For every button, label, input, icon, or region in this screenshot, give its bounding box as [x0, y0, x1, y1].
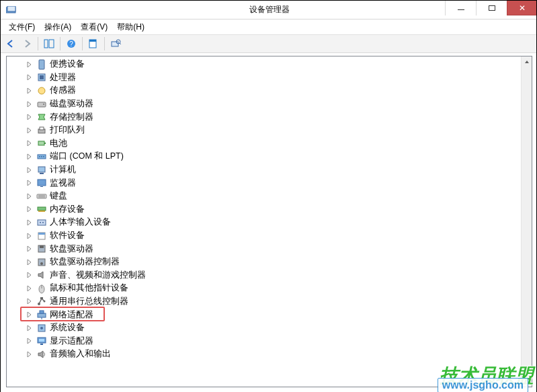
expander-icon[interactable] — [24, 349, 35, 360]
window-controls: ✕ — [445, 1, 537, 15]
expander-icon[interactable] — [24, 178, 35, 188]
toolbar-separator — [82, 37, 83, 50]
svg-rect-33 — [38, 210, 45, 212]
scroll-up-button[interactable] — [522, 56, 532, 67]
tree-item-floppy[interactable]: 软盘驱动器 — [9, 242, 521, 256]
expander-icon[interactable] — [24, 336, 35, 346]
expander-icon[interactable] — [24, 204, 35, 214]
expander-icon[interactable] — [24, 99, 35, 110]
menubar: 文件(F) 操作(A) 查看(V) 帮助(H) — [1, 19, 537, 34]
expander-icon[interactable] — [24, 165, 35, 175]
scan-hardware-button[interactable] — [108, 36, 123, 51]
tree-item-monitor[interactable]: 监视器 — [9, 176, 521, 190]
expander-icon[interactable] — [24, 125, 35, 136]
tree-item-network[interactable]: 网络适配器 — [9, 308, 521, 321]
tree-item-memory[interactable]: 内存设备 — [9, 203, 521, 217]
scroll-down-button[interactable] — [522, 376, 532, 387]
tree-item-label: 打印队列 — [50, 124, 85, 136]
storage-icon — [36, 112, 47, 122]
tree-item-battery[interactable]: 电池 — [9, 137, 521, 151]
expander-icon[interactable] — [24, 323, 35, 334]
svg-rect-29 — [37, 194, 46, 198]
tree-item-label: 系统设备 — [50, 322, 85, 334]
tree-item-usb[interactable]: 通用串行总线控制器 — [9, 295, 521, 309]
tree-item-cpu[interactable]: 处理器 — [9, 71, 521, 85]
expander-icon[interactable] — [24, 270, 35, 280]
svg-point-36 — [42, 222, 44, 223]
svg-rect-13 — [40, 75, 44, 79]
maximize-button[interactable] — [476, 1, 507, 15]
menu-view[interactable]: 查看(V) — [77, 20, 112, 34]
show-hide-tree-button[interactable] — [42, 36, 56, 51]
back-button[interactable] — [3, 36, 18, 51]
expander-icon[interactable] — [24, 59, 35, 70]
properties-button[interactable] — [86, 36, 101, 51]
tree-item-label: 软盘驱动器控制器 — [50, 256, 120, 268]
tree-item-label: 声音、视频和游戏控制器 — [50, 270, 146, 281]
vertical-scrollbar[interactable] — [521, 56, 532, 387]
svg-point-46 — [44, 301, 46, 303]
minimize-button[interactable] — [445, 1, 476, 15]
toolbar-separator — [104, 37, 105, 50]
expander-icon[interactable] — [24, 309, 35, 320]
tree-item-display[interactable]: 显示适配器 — [9, 334, 521, 348]
tree-item-sensor[interactable]: 传感器 — [9, 84, 521, 97]
expander-icon[interactable] — [24, 283, 35, 294]
network-icon — [36, 309, 47, 320]
svg-rect-1 — [7, 6, 15, 11]
forward-button[interactable] — [19, 36, 34, 51]
tree-item-label: 监视器 — [50, 178, 76, 189]
tree-item-computer[interactable]: 计算机 — [9, 163, 521, 177]
close-button[interactable]: ✕ — [507, 1, 537, 15]
memory-icon — [36, 204, 47, 214]
svg-point-35 — [40, 222, 41, 223]
svg-rect-32 — [38, 207, 46, 210]
tree-item-label: 处理器 — [50, 72, 76, 83]
expander-icon[interactable] — [24, 72, 35, 83]
expander-icon[interactable] — [24, 243, 35, 254]
tree-item-sound[interactable]: 声音、视频和游戏控制器 — [9, 269, 521, 282]
svg-rect-18 — [40, 127, 44, 130]
toolbar-separator — [38, 37, 38, 50]
tree-item-hid[interactable]: 人体学输入设备 — [9, 216, 521, 229]
svg-rect-2 — [44, 40, 48, 48]
tree-item-mouse[interactable]: 鼠标和其他指针设备 — [9, 282, 521, 295]
expander-icon[interactable] — [24, 112, 35, 122]
window-root: 设备管理器 ✕ 文件(F) 操作(A) 查看(V) 帮助(H) ? — [1, 1, 537, 392]
expander-icon[interactable] — [24, 138, 35, 149]
tree-item-keyboard[interactable]: 键盘 — [9, 190, 521, 203]
menu-action[interactable]: 操作(A) — [40, 20, 75, 34]
tree-item-system[interactable]: 系统设备 — [9, 321, 521, 335]
expander-icon[interactable] — [24, 296, 35, 307]
expander-icon[interactable] — [24, 151, 35, 162]
tree-item-port[interactable]: 端口 (COM 和 LPT) — [9, 150, 521, 163]
tree-item-portable[interactable]: 便携设备 — [9, 58, 521, 71]
printer-icon — [36, 125, 47, 136]
usb-icon — [36, 296, 47, 307]
titlebar[interactable]: 设备管理器 ✕ — [1, 1, 537, 19]
tree-item-printer[interactable]: 打印队列 — [9, 124, 521, 137]
menu-help[interactable]: 帮助(H) — [113, 20, 149, 34]
menu-file[interactable]: 文件(F) — [5, 20, 39, 34]
tree-item-floppyctrl[interactable]: 软盘驱动器控制器 — [9, 256, 521, 269]
expander-icon[interactable] — [24, 191, 35, 202]
tree-item-label: 音频输入和输出 — [50, 348, 111, 360]
expander-icon[interactable] — [24, 85, 35, 96]
svg-rect-49 — [40, 311, 44, 313]
help-button[interactable]: ? — [64, 36, 79, 51]
tree-item-storage[interactable]: 存储控制器 — [9, 110, 521, 124]
svg-rect-34 — [38, 220, 46, 225]
mouse-icon — [36, 283, 47, 294]
display-icon — [36, 336, 47, 346]
tree-item-label: 软盘驱动器 — [50, 243, 93, 255]
expander-icon[interactable] — [24, 231, 35, 241]
tree-scroll-area[interactable]: 便携设备处理器传感器磁盘驱动器存储控制器打印队列电池端口 (COM 和 LPT)… — [7, 56, 521, 387]
tree-item-software[interactable]: 软件设备 — [9, 229, 521, 243]
expander-icon[interactable] — [24, 217, 35, 228]
tree-item-audio[interactable]: 音频输入和输出 — [9, 348, 521, 361]
svg-rect-11 — [39, 60, 44, 69]
expander-icon[interactable] — [24, 257, 35, 268]
keyboard-icon — [36, 191, 47, 202]
svg-line-10 — [120, 43, 121, 44]
tree-item-disk[interactable]: 磁盘驱动器 — [9, 97, 521, 111]
